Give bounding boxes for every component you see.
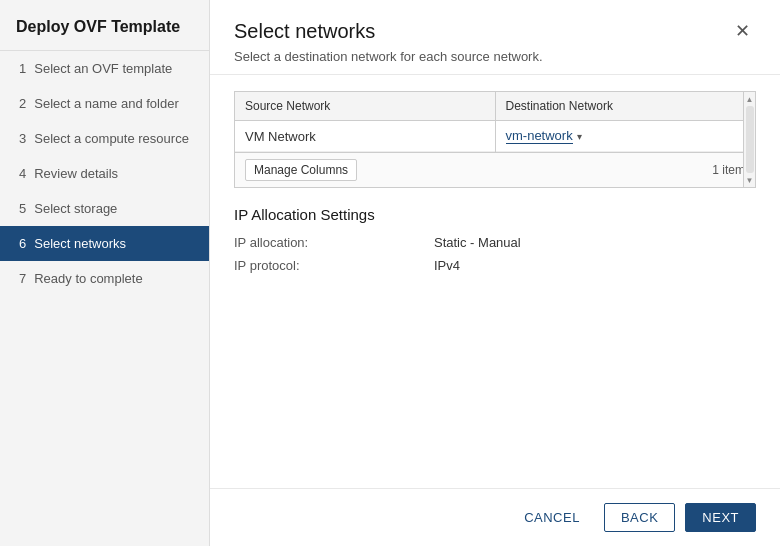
- wizard-sidebar: Deploy OVF Template 1 Select an OVF temp…: [0, 0, 210, 546]
- network-table-section: Source Network Destination Network VM Ne…: [234, 91, 756, 188]
- ip-protocol-value: IPv4: [434, 258, 460, 273]
- dest-network-select[interactable]: vm-network ▾: [506, 128, 582, 144]
- page-subtitle: Select a destination network for each so…: [234, 49, 543, 64]
- dest-cell-content: vm-network ▾: [506, 128, 746, 144]
- scrollbar-down-icon[interactable]: ▼: [745, 175, 755, 185]
- sidebar-item-4: 4 Review details: [0, 156, 209, 191]
- scrollbar-up-icon[interactable]: ▲: [745, 94, 755, 104]
- step-num-7: 7: [19, 271, 26, 286]
- cancel-button[interactable]: CANCEL: [510, 503, 594, 532]
- ip-allocation-section: IP Allocation Settings IP allocation: St…: [234, 206, 756, 281]
- main-header: Select networks Select a destination net…: [210, 0, 780, 75]
- sidebar-title: Deploy OVF Template: [0, 0, 209, 51]
- header-content: Select networks Select a destination net…: [234, 20, 543, 64]
- col-header-dest: Destination Network: [495, 92, 755, 121]
- sidebar-item-label-7: Ready to complete: [34, 271, 142, 286]
- sidebar-item-5: 5 Select storage: [0, 191, 209, 226]
- col-header-source: Source Network: [235, 92, 495, 121]
- ip-allocation-value: Static - Manual: [434, 235, 521, 250]
- sidebar-item-label-2: Select a name and folder: [34, 96, 179, 111]
- sidebar-item-6[interactable]: 6 Select networks: [0, 226, 209, 261]
- deploy-ovf-dialog: Deploy OVF Template 1 Select an OVF temp…: [0, 0, 780, 546]
- back-button[interactable]: BACK: [604, 503, 675, 532]
- ip-allocation-row: IP allocation: Static - Manual: [234, 235, 756, 250]
- sidebar-item-label-3: Select a compute resource: [34, 131, 189, 146]
- next-button[interactable]: NEXT: [685, 503, 756, 532]
- step-num-2: 2: [19, 96, 26, 111]
- step-num-4: 4: [19, 166, 26, 181]
- table-scrollbar: ▲ ▼: [743, 92, 755, 187]
- scrollbar-track: [746, 106, 754, 173]
- sidebar-item-label-1: Select an OVF template: [34, 61, 172, 76]
- sidebar-item-label-5: Select storage: [34, 201, 117, 216]
- ip-protocol-label: IP protocol:: [234, 258, 434, 273]
- step-num-1: 1: [19, 61, 26, 76]
- source-network-cell: VM Network: [235, 121, 495, 152]
- chevron-down-icon: ▾: [577, 131, 582, 142]
- dest-network-cell: vm-network ▾: [495, 121, 755, 152]
- sidebar-item-2: 2 Select a name and folder: [0, 86, 209, 121]
- table-row: VM Network vm-network ▾: [235, 121, 755, 152]
- sidebar-item-1: 1 Select an OVF template: [0, 51, 209, 86]
- step-num-6: 6: [19, 236, 26, 251]
- page-title: Select networks: [234, 20, 543, 43]
- manage-columns-button[interactable]: Manage Columns: [245, 159, 357, 181]
- sidebar-item-3: 3 Select a compute resource: [0, 121, 209, 156]
- step-num-5: 5: [19, 201, 26, 216]
- sidebar-item-label-4: Review details: [34, 166, 118, 181]
- close-button[interactable]: ✕: [729, 20, 756, 42]
- sidebar-item-label-6: Select networks: [34, 236, 126, 251]
- item-count: 1 item: [712, 163, 745, 177]
- ip-section-title: IP Allocation Settings: [234, 206, 756, 223]
- sidebar-item-7: 7 Ready to complete: [0, 261, 209, 296]
- main-content: Select networks Select a destination net…: [210, 0, 780, 546]
- ip-allocation-label: IP allocation:: [234, 235, 434, 250]
- sidebar-items-list: 1 Select an OVF template 2 Select a name…: [0, 51, 209, 546]
- dialog-footer: CANCEL BACK NEXT: [210, 488, 780, 546]
- ip-protocol-row: IP protocol: IPv4: [234, 258, 756, 273]
- step-num-3: 3: [19, 131, 26, 146]
- network-table: Source Network Destination Network VM Ne…: [235, 92, 755, 152]
- dest-network-value: vm-network: [506, 128, 573, 144]
- table-footer: Manage Columns 1 item: [235, 152, 755, 187]
